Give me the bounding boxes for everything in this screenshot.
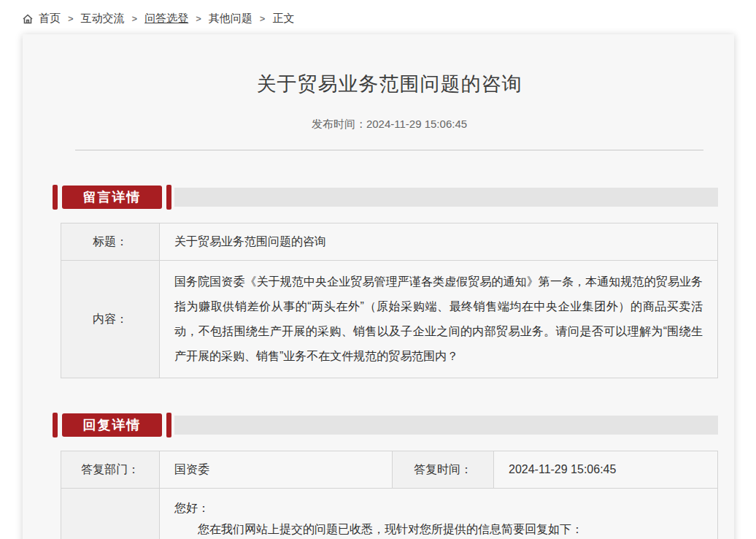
message-content-value: 国务院国资委《关于规范中央企业贸易管理严谨各类虚假贸易的通知》第一条，本通知规范… bbox=[160, 261, 717, 378]
breadcrumb-item-current: 正文 bbox=[272, 12, 294, 26]
breadcrumb-separator: > bbox=[196, 13, 201, 24]
reply-body-value: 您好： 您在我们网站上提交的问题已收悉，现针对您所提供的信息简要回复如下： 《关… bbox=[160, 489, 717, 539]
reply-dept-label: 答复部门： bbox=[61, 451, 160, 488]
publish-time-line: 发布时间：2024-11-29 15:06:45 bbox=[61, 118, 718, 131]
reply-time-value: 2024-11-29 15:06:45 bbox=[494, 451, 717, 488]
message-title-value: 关于贸易业务范围问题的咨询 bbox=[160, 223, 717, 260]
breadcrumb-separator: > bbox=[260, 13, 266, 24]
section-header-reply: 回复详情 bbox=[53, 413, 718, 437]
table-row: 标题： 关于贸易业务范围问题的咨询 bbox=[61, 223, 717, 260]
page-title: 关于贸易业务范围问题的咨询 bbox=[61, 34, 718, 97]
reply-section-badge: 回复详情 bbox=[62, 413, 162, 437]
article-card: 关于贸易业务范围问题的咨询 发布时间：2024-11-29 15:06:45 留… bbox=[23, 34, 734, 539]
reply-greeting: 您好： bbox=[174, 497, 703, 519]
message-detail-table: 标题： 关于贸易业务范围问题的咨询 内容： 国务院国资委《关于规范中央企业贸易管… bbox=[61, 223, 718, 378]
home-icon[interactable] bbox=[22, 13, 34, 25]
red-bar-left bbox=[53, 185, 58, 210]
breadcrumb-item-other[interactable]: 其他问题 bbox=[209, 12, 252, 26]
breadcrumb-separator: > bbox=[68, 13, 74, 24]
breadcrumb-item-interaction[interactable]: 互动交流 bbox=[81, 12, 125, 26]
breadcrumb-separator: > bbox=[132, 13, 138, 24]
section-gray-band bbox=[174, 416, 718, 435]
message-content-paragraph: 国务院国资委《关于规范中央企业贸易管理严谨各类虚假贸易的通知》第一条，本通知规范… bbox=[174, 270, 703, 369]
breadcrumb: 首页 > 互动交流 > 问答选登 > 其他问题 > 正文 bbox=[0, 0, 756, 33]
message-content-label: 内容： bbox=[61, 261, 160, 378]
table-row: 答复部门： 国资委 答复时间： 2024-11-29 15:06:45 bbox=[61, 451, 717, 488]
message-title-label: 标题： bbox=[61, 223, 160, 260]
reply-body-label: 回复： bbox=[61, 489, 160, 539]
red-bar-left bbox=[53, 413, 58, 437]
title-divider bbox=[75, 150, 703, 150]
publish-time-value: 2024-11-29 15:06:45 bbox=[366, 118, 467, 130]
table-row: 回复： 您好： 您在我们网站上提交的问题已收悉，现针对您所提供的信息简要回复如下… bbox=[61, 488, 717, 539]
message-section-badge: 留言详情 bbox=[62, 186, 162, 209]
breadcrumb-item-home[interactable]: 首页 bbox=[39, 12, 61, 26]
breadcrumb-item-qa[interactable]: 问答选登 bbox=[144, 12, 188, 26]
publish-time-label: 发布时间： bbox=[312, 118, 366, 130]
table-row: 内容： 国务院国资委《关于规范中央企业贸易管理严谨各类虚假贸易的通知》第一条，本… bbox=[61, 260, 717, 378]
red-bar-right bbox=[166, 413, 171, 437]
reply-time-label: 答复时间： bbox=[392, 451, 494, 488]
section-header-message: 留言详情 bbox=[53, 185, 718, 210]
section-gray-band bbox=[174, 188, 718, 207]
reply-intro: 您在我们网站上提交的问题已收悉，现针对您所提供的信息简要回复如下： bbox=[174, 519, 703, 539]
reply-detail-table: 答复部门： 国资委 答复时间： 2024-11-29 15:06:45 回复： … bbox=[61, 451, 718, 539]
reply-dept-value: 国资委 bbox=[160, 451, 392, 488]
red-bar-right bbox=[166, 185, 171, 210]
